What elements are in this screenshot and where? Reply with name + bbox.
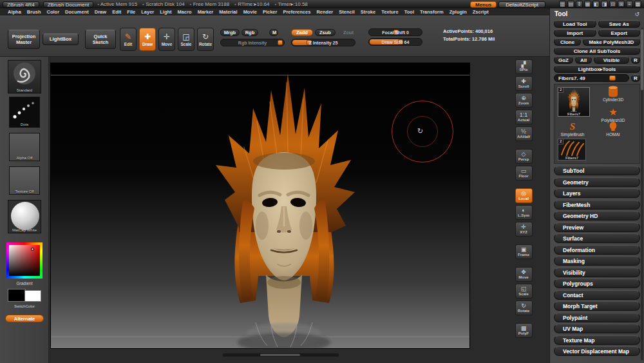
save-as-button[interactable]: Save As (598, 20, 641, 28)
menu-item[interactable]: Alpha (5, 8, 24, 15)
menu-item[interactable]: Edit (109, 8, 124, 15)
goz-r-button[interactable]: R (631, 56, 640, 64)
menu-item[interactable]: Zplugin (447, 8, 469, 15)
tool-section-item[interactable]: Texture Map (554, 335, 640, 345)
shelf-item-scale[interactable]: ◱ Scale (515, 284, 533, 299)
switch-color-label[interactable]: SwitchColor (0, 304, 49, 308)
tool-section-item[interactable]: Polypaint (554, 313, 640, 322)
menu-item[interactable]: Stencil (336, 8, 357, 15)
menu-item[interactable]: Light (157, 8, 174, 15)
tool-section-item[interactable]: Visibility (554, 268, 640, 277)
document-canvas[interactable]: ↻ (50, 63, 470, 349)
goz-button[interactable]: GoZ (554, 56, 573, 64)
menu-item[interactable]: Texture (379, 8, 401, 15)
z-intensity-slider[interactable]: Z Intensity 25 (291, 39, 355, 46)
panel-scrollbar-handle[interactable] (641, 29, 643, 90)
tool-section-item[interactable]: Layers (554, 188, 640, 198)
dock-right-icon[interactable]: ◨ (601, 1, 608, 8)
expand-panels-icon[interactable]: ⇕ (576, 1, 583, 8)
current-tool-slider-handle[interactable] (609, 75, 616, 81)
draw-size-slider[interactable]: Draw Size 64 (368, 38, 422, 46)
layout-rows-icon[interactable]: ▤ (567, 1, 574, 8)
menu-item[interactable]: Stroke (358, 8, 378, 15)
active-tool-thumbnail[interactable]: 2 Fibers7 (558, 87, 590, 117)
menu-item[interactable]: Marker (195, 8, 216, 15)
palette-reset-icon[interactable]: ↺ (634, 11, 639, 17)
goz-all-button[interactable]: All (575, 56, 592, 64)
dock-left-icon[interactable]: ◧ (592, 1, 600, 8)
menu-item[interactable]: Draw (92, 8, 109, 15)
clone-button[interactable]: Clone (554, 38, 581, 46)
projection-master-button[interactable]: Projection Master (8, 30, 40, 49)
shelf-item-move[interactable]: ✥ Move (515, 267, 533, 282)
canvas-horizontal-scrollbar[interactable] (223, 353, 339, 357)
import-button[interactable]: Import (554, 29, 596, 37)
tool-section-item[interactable]: UV Map (554, 324, 640, 333)
menu-item[interactable]: Material (216, 8, 240, 15)
menus-button[interactable]: Menus (470, 1, 497, 8)
tool-section-item[interactable]: Geometry HD (554, 211, 640, 221)
tool-section-item[interactable]: Deformation (554, 245, 640, 255)
tool-section-item[interactable]: FiberMesh (554, 200, 640, 210)
shelf-item-scroll[interactable]: ✚ Scroll (515, 76, 533, 91)
panel-scrollbar[interactable] (641, 28, 643, 360)
tool-section-item[interactable]: Morph Target (554, 301, 640, 311)
shelf-item-polyf[interactable]: ▩ PolyF (515, 323, 533, 338)
menu-item[interactable]: File (124, 8, 138, 15)
tool-item-cylinder3d[interactable]: Cylinder3D (592, 86, 634, 102)
collapse-panel-icon[interactable]: ⊟ (609, 1, 616, 8)
tool-r-button[interactable]: R (631, 74, 640, 82)
texture-thumbnail[interactable]: Texture Off (9, 166, 40, 195)
tool-section-item[interactable]: Polygroups (554, 279, 640, 288)
default-zscript-button[interactable]: DefaultZScript (498, 1, 545, 8)
export-button[interactable]: Export (598, 29, 641, 37)
tool-item-homai[interactable]: HOMAI (592, 121, 634, 137)
menu-item[interactable]: Transform (417, 8, 446, 15)
quick-sketch-button[interactable]: Quick Sketch (85, 30, 116, 49)
edit-mode-button[interactable]: ✎ Edit (120, 28, 137, 51)
shelf-item-zoom[interactable]: ⊕ Zoom (515, 93, 533, 108)
zcut-button[interactable]: Zcut (339, 29, 358, 36)
lightbox-button[interactable]: LightBox (43, 34, 79, 45)
tool-section-item[interactable]: SubTool (554, 166, 640, 175)
shelf-item-xyz[interactable]: ✛ XYZ (515, 222, 533, 237)
menu-item[interactable]: Brush (24, 8, 44, 15)
load-tool-button[interactable]: Load Tool (554, 20, 596, 28)
zsub-button[interactable]: Zsub (315, 29, 336, 36)
rgb-intensity-handle[interactable] (278, 40, 283, 45)
rotate-mode-button[interactable]: ↻ Rotate (197, 28, 214, 51)
secondary-tool-thumbnail[interactable]: 2 Fibers7 (558, 139, 586, 161)
menu-lines-icon[interactable]: ≡ (626, 1, 633, 8)
menu-item[interactable]: Picker (260, 8, 280, 15)
clone-all-subtools-button[interactable]: Clone All SubTools (554, 47, 640, 55)
rgb-intensity-slider[interactable]: Rgb Intensity (220, 39, 285, 46)
scrollbar-handle[interactable] (260, 354, 300, 356)
shelf-item-local[interactable]: ◎ Local (515, 188, 533, 203)
secondary-color-swatch[interactable] (24, 290, 41, 302)
menu-item[interactable]: Layer (138, 8, 156, 15)
color-picker-cursor[interactable] (31, 248, 34, 251)
layout-columns-icon[interactable]: ▥ (559, 1, 566, 8)
move-mode-button[interactable]: ✛ Move (158, 28, 175, 51)
tool-section-item[interactable]: Contact (554, 290, 640, 300)
tool-section-item[interactable]: Masking (554, 256, 640, 266)
tool-section-item[interactable]: Vector Displacement Map (554, 346, 640, 356)
menu-item[interactable]: Color (44, 8, 62, 15)
mrgb-button[interactable]: Mrgb (220, 29, 240, 36)
tool-item-simplebrush[interactable]: S SimpleBrush (553, 121, 592, 137)
scale-mode-button[interactable]: ◲ Scale (178, 28, 194, 51)
add-panel-icon[interactable]: ⊞ (618, 1, 625, 8)
make-polymesh3d-button[interactable]: Make PolyMesh3D (583, 38, 640, 46)
draw-mode-button[interactable]: ✚ Draw (139, 28, 156, 51)
lightbox-tools-button[interactable]: Lightbox▸Tools (554, 65, 640, 73)
color-picker[interactable] (6, 242, 43, 279)
shelf-item-aahalf[interactable]: ½ AAHalf (515, 126, 533, 141)
shelf-item-persp[interactable]: ◇ Persp (515, 149, 533, 164)
current-stroke-thumbnail[interactable]: Dots (9, 97, 40, 128)
shelf-item-floor[interactable]: ▭ Floor (515, 166, 533, 181)
alpha-thumbnail[interactable]: Alpha Off (9, 133, 40, 161)
shade-panel-icon[interactable]: ▩ (634, 1, 641, 8)
focal-shift-slider[interactable]: Focal Shift 0 (368, 28, 422, 36)
zadd-button[interactable]: Zadd (291, 29, 313, 36)
material-thumbnail[interactable]: MatCap White (8, 200, 41, 233)
